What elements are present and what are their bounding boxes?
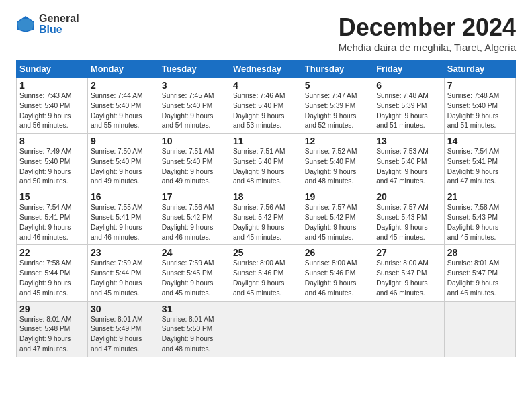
table-row: 16Sunrise: 7:55 AMSunset: 5:41 PMDayligh… bbox=[87, 189, 159, 245]
table-row: 23Sunrise: 7:59 AMSunset: 5:44 PMDayligh… bbox=[87, 245, 159, 301]
title-block: December 2024 Mehdia daira de meghila, T… bbox=[339, 13, 516, 53]
logo-blue-text: Blue bbox=[39, 24, 79, 35]
col-sunday: Sunday bbox=[17, 60, 88, 78]
table-row: 9Sunrise: 7:50 AMSunset: 5:40 PMDaylight… bbox=[87, 134, 159, 189]
col-wednesday: Wednesday bbox=[230, 60, 302, 78]
table-row: 19Sunrise: 7:57 AMSunset: 5:42 PMDayligh… bbox=[302, 189, 373, 245]
table-row: 28Sunrise: 8:01 AMSunset: 5:47 PMDayligh… bbox=[444, 245, 515, 301]
page-header: General Blue December 2024 Mehdia daira … bbox=[16, 13, 516, 53]
calendar-table: Sunday Monday Tuesday Wednesday Thursday… bbox=[16, 60, 516, 357]
table-row bbox=[373, 301, 445, 357]
table-row: 20Sunrise: 7:57 AMSunset: 5:43 PMDayligh… bbox=[373, 189, 445, 245]
table-row: 12Sunrise: 7:52 AMSunset: 5:40 PMDayligh… bbox=[302, 134, 373, 189]
table-row: 7Sunrise: 7:48 AMSunset: 5:40 PMDaylight… bbox=[444, 78, 515, 134]
table-row: 27Sunrise: 8:00 AMSunset: 5:47 PMDayligh… bbox=[373, 245, 445, 301]
col-friday: Friday bbox=[373, 60, 445, 78]
table-row: 24Sunrise: 7:59 AMSunset: 5:45 PMDayligh… bbox=[159, 245, 230, 301]
table-row: 15Sunrise: 7:54 AMSunset: 5:41 PMDayligh… bbox=[17, 189, 88, 245]
col-saturday: Saturday bbox=[444, 60, 515, 78]
logo: General Blue bbox=[16, 13, 79, 35]
table-row: 6Sunrise: 7:48 AMSunset: 5:39 PMDaylight… bbox=[373, 78, 445, 134]
week-row-1: 1Sunrise: 7:43 AMSunset: 5:40 PMDaylight… bbox=[17, 78, 516, 134]
table-row: 25Sunrise: 8:00 AMSunset: 5:46 PMDayligh… bbox=[230, 245, 302, 301]
table-row: 3Sunrise: 7:45 AMSunset: 5:40 PMDaylight… bbox=[159, 78, 230, 134]
logo-text: General Blue bbox=[39, 13, 79, 35]
table-row: 14Sunrise: 7:54 AMSunset: 5:41 PMDayligh… bbox=[444, 134, 515, 189]
table-row bbox=[230, 301, 302, 357]
week-row-4: 22Sunrise: 7:58 AMSunset: 5:44 PMDayligh… bbox=[17, 245, 516, 301]
table-row bbox=[444, 301, 515, 357]
table-row: 4Sunrise: 7:46 AMSunset: 5:40 PMDaylight… bbox=[230, 78, 302, 134]
table-row: 8Sunrise: 7:49 AMSunset: 5:40 PMDaylight… bbox=[17, 134, 88, 189]
calendar-header-row: Sunday Monday Tuesday Wednesday Thursday… bbox=[17, 60, 516, 78]
week-row-5: 29Sunrise: 8:01 AMSunset: 5:48 PMDayligh… bbox=[17, 301, 516, 357]
table-row: 17Sunrise: 7:56 AMSunset: 5:42 PMDayligh… bbox=[159, 189, 230, 245]
logo-general-text: General bbox=[39, 13, 79, 24]
week-row-2: 8Sunrise: 7:49 AMSunset: 5:40 PMDaylight… bbox=[17, 134, 516, 189]
table-row: 2Sunrise: 7:44 AMSunset: 5:40 PMDaylight… bbox=[87, 78, 159, 134]
table-row bbox=[302, 301, 373, 357]
table-row: 13Sunrise: 7:53 AMSunset: 5:40 PMDayligh… bbox=[373, 134, 445, 189]
month-title: December 2024 bbox=[339, 13, 516, 42]
table-row: 10Sunrise: 7:51 AMSunset: 5:40 PMDayligh… bbox=[159, 134, 230, 189]
table-row: 26Sunrise: 8:00 AMSunset: 5:46 PMDayligh… bbox=[302, 245, 373, 301]
col-thursday: Thursday bbox=[302, 60, 373, 78]
table-row: 21Sunrise: 7:58 AMSunset: 5:43 PMDayligh… bbox=[444, 189, 515, 245]
col-tuesday: Tuesday bbox=[159, 60, 230, 78]
table-row: 5Sunrise: 7:47 AMSunset: 5:39 PMDaylight… bbox=[302, 78, 373, 134]
col-monday: Monday bbox=[87, 60, 159, 78]
week-row-3: 15Sunrise: 7:54 AMSunset: 5:41 PMDayligh… bbox=[17, 189, 516, 245]
table-row: 31Sunrise: 8:01 AMSunset: 5:50 PMDayligh… bbox=[159, 301, 230, 357]
table-row: 30Sunrise: 8:01 AMSunset: 5:49 PMDayligh… bbox=[87, 301, 159, 357]
logo-icon bbox=[16, 15, 35, 34]
table-row: 11Sunrise: 7:51 AMSunset: 5:40 PMDayligh… bbox=[230, 134, 302, 189]
table-row: 22Sunrise: 7:58 AMSunset: 5:44 PMDayligh… bbox=[17, 245, 88, 301]
table-row: 29Sunrise: 8:01 AMSunset: 5:48 PMDayligh… bbox=[17, 301, 88, 357]
table-row: 18Sunrise: 7:56 AMSunset: 5:42 PMDayligh… bbox=[230, 189, 302, 245]
location: Mehdia daira de meghila, Tiaret, Algeria bbox=[339, 42, 516, 53]
table-row: 1Sunrise: 7:43 AMSunset: 5:40 PMDaylight… bbox=[17, 78, 88, 134]
